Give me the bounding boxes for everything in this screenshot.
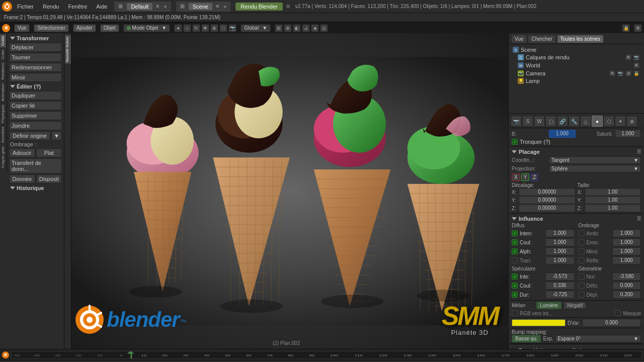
redimensionner-btn[interactable]: Redimensionner [9, 63, 62, 72]
editer-header[interactable]: Éditer (?) [8, 82, 63, 90]
settings-icon[interactable]: ⚙ [634, 24, 642, 32]
view-icon[interactable]: ⊞ [2, 24, 10, 32]
vtab-physiques[interactable]: Physiques [0, 103, 6, 125]
y-axis-btn[interactable]: Y [521, 173, 530, 181]
blender-icon[interactable] [2, 2, 12, 12]
saturit-field[interactable]: 1.000 [615, 130, 641, 138]
deplacer-btn[interactable]: Déplacer [9, 43, 62, 52]
tree-camera[interactable]: 📷 Camera 👁 📷 ⚙ 🔒 [512, 69, 641, 77]
miroir-btn[interactable]: Miroir [9, 73, 62, 82]
supprimer-btn[interactable]: Supprimer [9, 111, 62, 120]
refle-field[interactable]: 1.000 [612, 256, 641, 264]
coordin-dropdown[interactable]: Tangent ▼ [549, 156, 641, 164]
tx-field[interactable]: 1.00 [585, 188, 641, 196]
emis-checkbox[interactable]: ✓ [579, 239, 585, 245]
menu-fenetre[interactable]: Fenêtre [64, 3, 91, 11]
coul-checkbox[interactable]: ✓ [512, 239, 518, 245]
placage-header[interactable]: Placage ☰ [512, 148, 641, 156]
texture-props-icon[interactable]: ⬡ [603, 116, 614, 127]
coul-field[interactable]: 1.000 [545, 238, 574, 246]
add-menu-btn[interactable]: Ajouter [73, 24, 96, 32]
basse-qu-btn[interactable]: Basse qu. [512, 335, 541, 342]
solid-mode-icon[interactable]: ● [174, 24, 182, 32]
z-axis-btn[interactable]: Z [530, 173, 538, 181]
inten-checkbox[interactable]: ✓ [512, 230, 518, 236]
menu-rendu[interactable]: Rendu [39, 3, 63, 11]
tree-scene[interactable]: S Scene [512, 46, 641, 53]
definir-origine-btn[interactable]: Définir origine [9, 131, 50, 140]
physics-props-icon[interactable]: ⊕ [626, 116, 637, 127]
lock-icon[interactable]: 🔒 [622, 24, 630, 32]
render-engine-btn[interactable]: Rendu Blender [235, 3, 282, 11]
grid-icon[interactable]: ⊞ [275, 24, 283, 32]
color-swatch[interactable] [512, 319, 566, 326]
layout-close-btn[interactable]: ✕ [155, 4, 159, 9]
mode-selector[interactable]: Mode Objet ▼ [123, 24, 171, 32]
influence-header[interactable]: Influence ☰ [512, 215, 641, 223]
spec-dur-checkbox[interactable]: ✓ [512, 292, 518, 298]
adoucir-btn[interactable]: Adoucir [9, 148, 35, 157]
data-props-icon[interactable]: △ [580, 116, 591, 127]
tree-lamp[interactable]: 💡 Lamp [512, 77, 641, 84]
copier-lie-btn[interactable]: Copier lié [9, 101, 62, 110]
refle-checkbox[interactable]: ✓ [579, 257, 585, 263]
rotate-btn[interactable]: ↻ [192, 24, 200, 32]
vtab-relations[interactable]: Relations [0, 61, 6, 81]
scene-props-icon[interactable]: S [522, 116, 533, 127]
axis-icon[interactable]: ⊕ [284, 24, 292, 32]
particle-icon[interactable]: ✦ [615, 116, 626, 127]
calques-render-btn[interactable]: 📷 [633, 54, 640, 61]
emis-field[interactable]: 1.000 [612, 238, 641, 246]
b-field[interactable]: 1.000 [549, 130, 576, 138]
menu-fichier[interactable]: Fichier [13, 3, 38, 11]
vtab-outils[interactable]: Outils [0, 34, 6, 47]
nor-checkbox[interactable]: ✓ [579, 274, 585, 280]
camera-icon[interactable]: 📷 [228, 24, 236, 32]
dx-field[interactable]: 0.00000 [519, 188, 576, 196]
defo-checkbox[interactable]: ✓ [579, 283, 585, 289]
definir-origine-dropdown[interactable]: ▼ [51, 131, 62, 140]
miroi-checkbox[interactable]: ✓ [579, 248, 585, 254]
select-menu-btn[interactable]: Sélectionner [34, 24, 69, 32]
projection-dropdown[interactable]: Sphère ▼ [549, 165, 641, 172]
zoom-btn[interactable]: ⊕ [210, 24, 218, 32]
negatif-btn[interactable]: Négatif [564, 302, 587, 309]
disposit-btn[interactable]: Disposit [36, 174, 62, 184]
modifier-icon[interactable]: 🔧 [569, 116, 580, 127]
defo-field[interactable]: 0.000 [612, 282, 641, 290]
joindre-btn[interactable]: Joindre [9, 121, 62, 130]
proportional-icon[interactable]: ◎ [320, 24, 328, 32]
tran-field[interactable]: 1.000 [545, 256, 574, 264]
tronquer-checkbox[interactable]: ✓ [512, 139, 518, 145]
render-props-icon[interactable]: 📷 [511, 116, 522, 127]
layout-tab[interactable]: Default [127, 3, 152, 10]
world-props-icon[interactable]: W [534, 116, 545, 127]
melan-value-btn[interactable]: Lumière [536, 302, 561, 309]
outliner-chercher-btn[interactable]: Chercher [528, 35, 555, 43]
scene-add-btn[interactable]: + [221, 3, 228, 10]
menu-aide[interactable]: Aide [92, 3, 111, 11]
ty-field[interactable]: 1.00 [585, 196, 641, 204]
spec-inte-field[interactable]: -0.573 [545, 273, 574, 281]
depl-checkbox[interactable]: ✓ [579, 292, 585, 298]
object-menu-btn[interactable]: Objet [100, 24, 119, 32]
calques-vis-btn[interactable]: 👁 [625, 54, 632, 61]
camera-extra-btn[interactable]: ⚙ [625, 70, 632, 77]
dz-field[interactable]: 0.00000 [519, 204, 576, 212]
vtab-crayons[interactable]: Crayon gras [0, 145, 6, 170]
scene-tab[interactable]: Scene [189, 3, 212, 10]
ambi-field[interactable]: 1.000 [612, 229, 641, 237]
donnee-btn[interactable]: Donnée [9, 174, 35, 184]
tree-calques[interactable]: C Calques de rendu 👁 📷 [512, 53, 641, 61]
tourner-btn[interactable]: Tourner [9, 53, 62, 62]
vtab-animation[interactable]: Animation [0, 82, 6, 103]
tree-world[interactable]: W World 👁 [512, 61, 641, 69]
historique-header[interactable]: Historique [8, 184, 63, 192]
alph-field[interactable]: 1.000 [545, 247, 574, 255]
material-props-icon[interactable]: ● [592, 116, 603, 127]
global-selector[interactable]: Global ▼ [240, 24, 271, 32]
timeline-icon[interactable]: ⊞ [2, 351, 9, 358]
rgb-checkbox[interactable]: ✓ [512, 310, 518, 316]
nor-field[interactable]: -3.580 [612, 273, 641, 281]
depl-field[interactable]: 0.200 [612, 291, 641, 299]
